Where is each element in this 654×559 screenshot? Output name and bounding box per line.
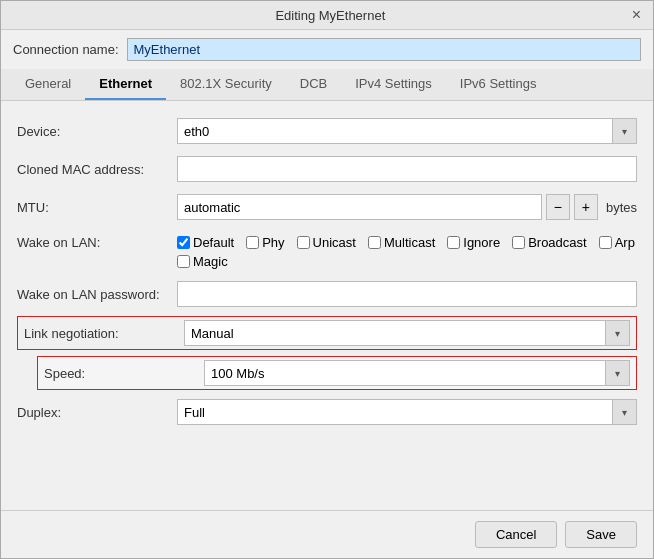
device-label: Device: <box>17 124 177 139</box>
tabs: General Ethernet 802.1X Security DCB IPv… <box>1 69 653 101</box>
dialog: Editing MyEthernet × Connection name: Ge… <box>0 0 654 559</box>
device-value: eth0 <box>178 124 612 139</box>
mtu-row: MTU: automatic − + bytes <box>17 189 637 225</box>
duplex-control: Full ▾ <box>177 399 637 425</box>
wake-phy-checkbox[interactable] <box>246 236 259 249</box>
wake-phy-checkbox-label[interactable]: Phy <box>246 235 284 250</box>
mtu-bytes-label: bytes <box>606 200 637 215</box>
device-dropdown[interactable]: eth0 ▾ <box>177 118 637 144</box>
mtu-label: MTU: <box>17 200 177 215</box>
content-area: Device: eth0 ▾ Cloned MAC address: MTU: … <box>1 101 653 510</box>
link-negotiation-arrow: ▾ <box>605 321 629 345</box>
duplex-row: Duplex: Full ▾ <box>17 394 637 430</box>
speed-row: Speed: 100 Mb/s ▾ <box>37 356 637 390</box>
wake-on-lan-control: Default Phy Unicast Multicast Ignore <box>177 235 637 269</box>
connection-name-label: Connection name: <box>13 42 119 57</box>
wake-multicast-checkbox[interactable] <box>368 236 381 249</box>
wake-phy-label: Phy <box>262 235 284 250</box>
cancel-button[interactable]: Cancel <box>475 521 557 548</box>
speed-arrow: ▾ <box>605 361 629 385</box>
wake-magic-label: Magic <box>193 254 228 269</box>
wake-magic-checkbox-label[interactable]: Magic <box>177 254 228 269</box>
wake-default-checkbox-label[interactable]: Default <box>177 235 234 250</box>
tab-8021x[interactable]: 802.1X Security <box>166 69 286 100</box>
duplex-arrow: ▾ <box>612 400 636 424</box>
link-negotiation-label: Link negotiation: <box>24 326 184 341</box>
mtu-control: automatic − + bytes <box>177 194 637 220</box>
tab-ipv6[interactable]: IPv6 Settings <box>446 69 551 100</box>
wake-ignore-checkbox-label[interactable]: Ignore <box>447 235 500 250</box>
wake-on-lan-password-input[interactable] <box>177 281 637 307</box>
cloned-mac-control <box>177 156 637 182</box>
link-negotiation-row: Link negotiation: Manual ▾ <box>17 316 637 350</box>
wake-unicast-checkbox-label[interactable]: Unicast <box>297 235 356 250</box>
wake-arp-checkbox-label[interactable]: Arp <box>599 235 635 250</box>
tab-general[interactable]: General <box>11 69 85 100</box>
connection-name-row: Connection name: <box>1 30 653 69</box>
mtu-minus-button[interactable]: − <box>546 194 570 220</box>
wake-broadcast-label: Broadcast <box>528 235 587 250</box>
wake-default-label: Default <box>193 235 234 250</box>
title-bar: Editing MyEthernet × <box>1 1 653 30</box>
wake-magic-checkbox[interactable] <box>177 255 190 268</box>
duplex-dropdown[interactable]: Full ▾ <box>177 399 637 425</box>
connection-name-input[interactable] <box>127 38 641 61</box>
speed-control: 100 Mb/s ▾ <box>204 360 630 386</box>
device-row: Device: eth0 ▾ <box>17 113 637 149</box>
mtu-plus-button[interactable]: + <box>574 194 598 220</box>
wake-ignore-label: Ignore <box>463 235 500 250</box>
cloned-mac-label: Cloned MAC address: <box>17 162 177 177</box>
tab-dcb[interactable]: DCB <box>286 69 341 100</box>
close-button[interactable]: × <box>630 7 643 23</box>
footer: Cancel Save <box>1 510 653 558</box>
device-control: eth0 ▾ <box>177 118 637 144</box>
link-negotiation-control: Manual ▾ <box>184 320 630 346</box>
wake-unicast-label: Unicast <box>313 235 356 250</box>
mtu-dropdown[interactable]: automatic <box>177 194 542 220</box>
speed-dropdown[interactable]: 100 Mb/s ▾ <box>204 360 630 386</box>
wake-on-lan-password-row: Wake on LAN password: <box>17 276 637 312</box>
wake-on-lan-label: Wake on LAN: <box>17 235 177 250</box>
wake-arp-label: Arp <box>615 235 635 250</box>
wake-on-lan-password-control <box>177 281 637 307</box>
wake-default-checkbox[interactable] <box>177 236 190 249</box>
wake-broadcast-checkbox[interactable] <box>512 236 525 249</box>
speed-value: 100 Mb/s <box>205 366 605 381</box>
duplex-value: Full <box>178 405 612 420</box>
mtu-value: automatic <box>178 200 541 215</box>
wake-on-lan-password-label: Wake on LAN password: <box>17 287 177 302</box>
wake-ignore-checkbox[interactable] <box>447 236 460 249</box>
cloned-mac-row: Cloned MAC address: <box>17 151 637 187</box>
wake-broadcast-checkbox-label[interactable]: Broadcast <box>512 235 587 250</box>
duplex-label: Duplex: <box>17 405 177 420</box>
wake-multicast-checkbox-label[interactable]: Multicast <box>368 235 435 250</box>
save-button[interactable]: Save <box>565 521 637 548</box>
wake-multicast-label: Multicast <box>384 235 435 250</box>
tab-ethernet[interactable]: Ethernet <box>85 69 166 100</box>
tab-ipv4[interactable]: IPv4 Settings <box>341 69 446 100</box>
link-negotiation-value: Manual <box>185 326 605 341</box>
device-dropdown-arrow: ▾ <box>612 119 636 143</box>
link-negotiation-dropdown[interactable]: Manual ▾ <box>184 320 630 346</box>
cloned-mac-input[interactable] <box>177 156 637 182</box>
speed-label: Speed: <box>44 366 204 381</box>
wake-arp-checkbox[interactable] <box>599 236 612 249</box>
dialog-title: Editing MyEthernet <box>31 8 630 23</box>
wake-on-lan-row: Wake on LAN: Default Phy Unicast Multica… <box>17 227 637 274</box>
wake-unicast-checkbox[interactable] <box>297 236 310 249</box>
